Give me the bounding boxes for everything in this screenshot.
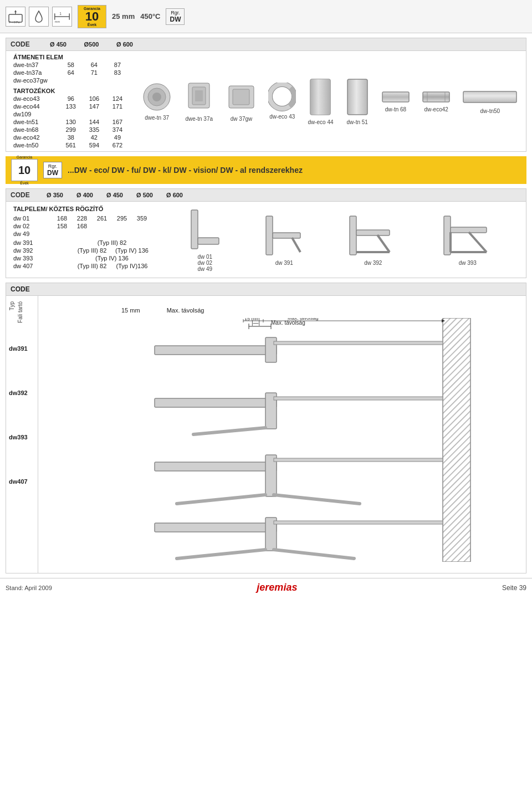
stand-label: Stand: April 2009 [6, 585, 52, 591]
page-footer: Stand: April 2009 jeremias Seite 39 [0, 578, 532, 597]
svg-rect-23 [423, 92, 449, 102]
type-items-list: dw391 dw392 dw393 dw407 [9, 334, 35, 485]
svg-line-63 [274, 550, 354, 559]
section2-body: TALPELEM/ KÖZTES RÖGZÍTŐ dw 01 168 228 2… [6, 202, 526, 278]
diagram-svg: |—| Max. távolság [55, 318, 509, 562]
mid-header-text: ...DW - eco/ DW - fu/ DW - kl/ DW - visi… [68, 166, 303, 175]
img-label: dw-eco 44 [308, 119, 333, 125]
dw393-diagram [155, 455, 443, 504]
img-label: dw 391 [275, 260, 293, 266]
img-label: dw-tn50 [480, 108, 500, 114]
col2-600: Ø 600 [162, 192, 187, 198]
section1-data-table: ÁTMENETI ELEM dwe-tn37 58 64 87 dwe-tn37… [6, 51, 134, 151]
table-row: dw 02 158 168 [11, 222, 152, 230]
product-dw01-group: dw 01 dw 02 dw 49 [188, 207, 222, 272]
img-label: dw-tn 51 [347, 119, 368, 125]
dim-15mm: 15 mm [121, 307, 140, 314]
img-label-group: dw 01 dw 02 dw 49 [197, 254, 212, 272]
product-dw393: dw 393 [441, 213, 494, 266]
svg-rect-27 [191, 210, 198, 249]
svg-rect-26 [463, 91, 516, 103]
img-label: dw 392 [364, 260, 382, 266]
product-dw391: dw 391 [263, 213, 305, 266]
code-label-3: CODE [11, 285, 30, 293]
svg-rect-48 [155, 346, 277, 355]
sub-category-label: TARTOZÉKOK [11, 84, 129, 95]
mid-guarantee-years: 10 [18, 165, 30, 176]
table-row: dw-eco44 133 147 171 [11, 103, 129, 110]
category-row: ÁTMENETI ELEM [11, 53, 129, 61]
code-label-1: CODE [11, 40, 37, 48]
svg-text:Max. távolság: Max. távolság [288, 318, 319, 321]
svg-rect-50 [274, 341, 443, 345]
svg-rect-64 [274, 521, 443, 524]
guarantee-box: Garancia 10 Évek [78, 5, 106, 28]
svg-rect-33 [356, 230, 390, 235]
page-header: P < 0 Pa 1 mm Garancia 10 Évek 25 mm [0, 0, 532, 33]
svg-text:P < 0 Pa: P < 0 Pa [9, 21, 19, 24]
mid-rgr-bot: DW [47, 169, 58, 177]
typ-fali-header: Typ Fali tartó [9, 301, 35, 323]
svg-rect-55 [155, 462, 277, 471]
type-item-dw407: dw407 [9, 478, 35, 485]
svg-text:15 mm: 15 mm [244, 318, 260, 321]
svg-rect-54 [274, 397, 443, 400]
svg-marker-1 [14, 10, 17, 12]
rgr-box: Rgr. DW [166, 8, 185, 25]
product-dwe-tn37: dwe-tn 37 [142, 82, 172, 121]
svg-rect-21 [347, 79, 367, 115]
svg-rect-29 [266, 216, 273, 255]
section-2: CODE Ø 350 Ø 400 Ø 450 Ø 500 Ø 600 TALPE… [6, 188, 526, 278]
table-row: dwe-tn37a 64 71 83 [11, 69, 129, 76]
product-dw-tn50: dw-tn50 [462, 88, 518, 114]
table-row: dw 01 168 228 261 295 359 [11, 214, 152, 222]
col2-500: Ø 500 [132, 192, 157, 198]
svg-rect-60 [155, 523, 277, 532]
img-label: dw-tn 68 [385, 106, 406, 112]
section3-left-panel: Typ Fali tartó dw391 dw392 dw393 dw407 [6, 296, 38, 573]
row-label: dwe-tn37 [11, 61, 59, 69]
svg-text:1: 1 [59, 12, 62, 16]
product-table-1: ÁTMENETI ELEM dwe-tn37 58 64 87 dwe-tn37… [11, 53, 129, 149]
svg-line-38 [469, 232, 487, 252]
product-table-2: TALPELEM/ KÖZTES RÖGZÍTŐ dw 01 168 228 2… [11, 205, 152, 270]
svg-rect-42 [443, 318, 470, 562]
dimension-label: 15 mm Max. távolság [121, 307, 509, 314]
mid-guarantee-label: Garancia [17, 155, 32, 159]
header-icons: P < 0 Pa 1 mm [6, 7, 72, 27]
footer-logo: jeremias [257, 582, 297, 593]
svg-point-10 [152, 93, 161, 101]
code-label-2: CODE [11, 191, 37, 199]
svg-line-58 [274, 495, 360, 504]
table-row: dw 407 (Typ III) 82 (Typ IV)136 [11, 262, 152, 270]
section-1: CODE Ø 450 Ø500 Ø 600 ÁTMENETI ELEM dwe-… [6, 38, 526, 152]
row-label: dw-eco37gw [11, 76, 59, 84]
table-row: dw 393 (Typ IV) 136 [11, 254, 152, 262]
product-dw-tn51: dw-tn 51 [345, 77, 370, 125]
svg-rect-32 [350, 216, 356, 255]
section3-header: CODE [6, 283, 526, 296]
img-label: dw-eco 43 [269, 114, 295, 120]
table-row: dw 392 (Typ III) 82 (Typ IV) 136 [11, 247, 152, 254]
mid-rgr-box: Rgr. DW [43, 162, 62, 178]
table-row: dw-eco37gw [11, 76, 129, 84]
table-row: dwe-tn37 58 64 87 [11, 61, 129, 69]
table-row: dw 49 [11, 230, 152, 238]
mid-guarantee-box: Garancia 10 Évek [11, 159, 38, 181]
dw407-diagram [155, 518, 443, 559]
type-item-dw391: dw391 [9, 345, 35, 352]
svg-line-57 [177, 495, 265, 504]
guarantee-years: 10 [85, 11, 99, 23]
table-row: dw 391 (Typ III) 82 [11, 239, 152, 247]
svg-line-62 [177, 550, 265, 559]
section2-data-table: TALPELEM/ KÖZTES RÖGZÍTŐ dw 01 168 228 2… [6, 202, 156, 278]
table-row: dwe-tn68 299 335 374 [11, 126, 129, 134]
product-dw-eco42: dw-eco42 [422, 90, 451, 112]
svg-rect-28 [198, 238, 219, 244]
product-dwe-tn37a: dwe-tn 37a [184, 80, 214, 122]
category-label: ÁTMENETI ELEM [11, 53, 129, 61]
table-row: dw-eco43 96 106 124 [11, 95, 129, 103]
pressure-icon: P < 0 Pa [6, 7, 25, 27]
guarantee-evek: Évek [88, 23, 96, 27]
img-label: dw 37gw [231, 116, 252, 122]
